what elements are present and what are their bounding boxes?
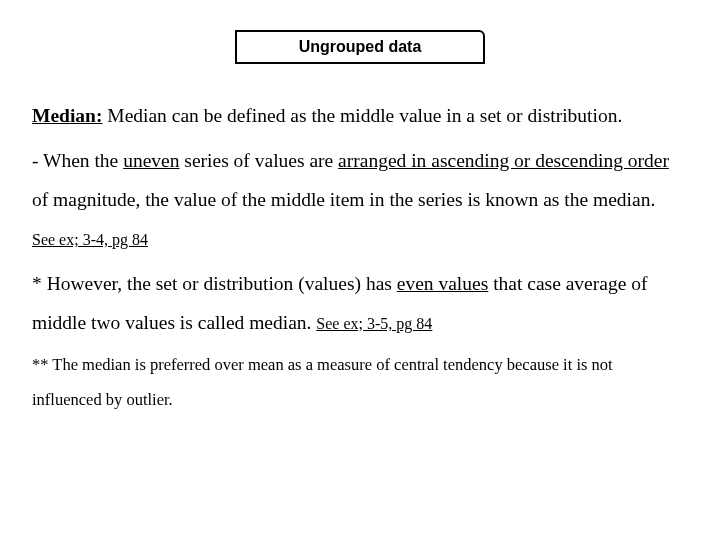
even-paragraph: * However, the set or distribution (valu…	[32, 264, 680, 342]
definition-paragraph: Median: Median can be defined as the mid…	[32, 96, 680, 135]
title-text: Ungrouped data	[299, 38, 422, 56]
footnote-text: ** The median is preferred over mean as …	[32, 355, 613, 409]
bullet-tail: of magnitude, the value of the middle it…	[32, 189, 655, 210]
median-label: Median:	[32, 105, 102, 126]
arranged-phrase: arranged in ascending or descending orde…	[338, 150, 669, 171]
footnote-paragraph: ** The median is preferred over mean as …	[32, 348, 680, 417]
title-box: Ungrouped data	[235, 30, 485, 64]
uneven-paragraph: - When the uneven series of values are a…	[32, 141, 680, 258]
body-text: Median: Median can be defined as the mid…	[32, 96, 680, 423]
reference-2: See ex; 3-5, pg 84	[316, 315, 432, 332]
bullet-mid: series of values are	[179, 150, 338, 171]
uneven-word: uneven	[123, 150, 179, 171]
even-values-phrase: even values	[397, 273, 489, 294]
bullet-dash: - When the	[32, 150, 123, 171]
definition-text: Median can be defined as the middle valu…	[102, 105, 622, 126]
reference-1: See ex; 3-4, pg 84	[32, 231, 148, 248]
however-lead: * However, the set or distribution (valu…	[32, 273, 397, 294]
slide: Ungrouped data Median: Median can be def…	[0, 0, 720, 540]
